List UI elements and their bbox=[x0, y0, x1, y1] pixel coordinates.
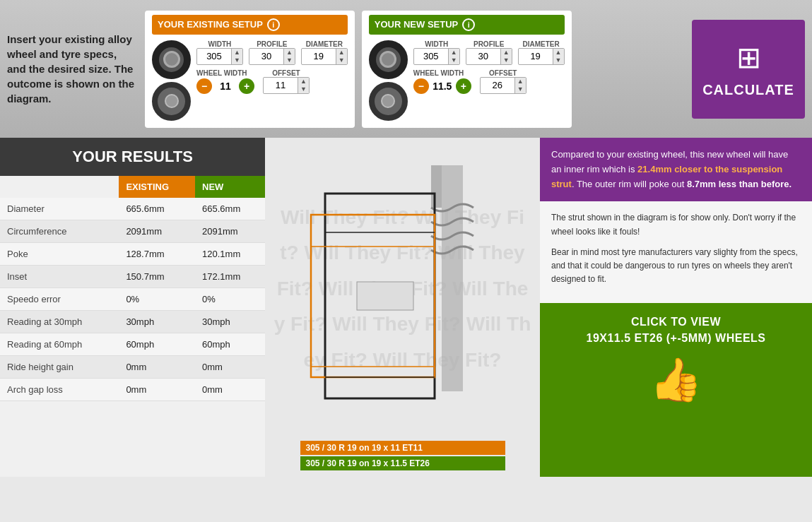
existing-offset-down[interactable]: ▼ bbox=[298, 85, 309, 93]
new-wheelwidth-group: WHEEL WIDTH − 11.5 + bbox=[413, 69, 471, 94]
existing-offset-label: OFFSET bbox=[263, 69, 310, 77]
new-width-input-wrap[interactable]: ▲ ▼ bbox=[413, 48, 460, 65]
new-profile-down[interactable]: ▼ bbox=[501, 57, 512, 64]
calculate-label: CALCULATE bbox=[702, 82, 794, 98]
svg-rect-0 bbox=[442, 165, 463, 391]
existing-width-up[interactable]: ▲ bbox=[232, 49, 242, 57]
diagram-svg-wrap: Will They Fit? Will They Fit? Will They … bbox=[265, 138, 540, 440]
comparison-middle: . The outer rim will poke out bbox=[572, 179, 687, 189]
row-label: Speedo error bbox=[0, 288, 119, 311]
new-offset-input-wrap[interactable]: ▲ ▼ bbox=[480, 77, 526, 94]
row-existing: 60mph bbox=[119, 333, 195, 356]
existing-offset-input-wrap[interactable]: ▲ ▼ bbox=[263, 77, 310, 94]
new-profile-label: PROFILE bbox=[466, 40, 512, 48]
new-fields-grid: WIDTH ▲ ▼ PROFILE bbox=[413, 40, 565, 65]
top-section: Insert your existing alloy wheel and tyr… bbox=[0, 0, 812, 138]
existing-wheelwidth-minus[interactable]: − bbox=[196, 78, 212, 94]
existing-tyre-images bbox=[152, 40, 191, 121]
existing-diameter-spinners: ▲ ▼ bbox=[336, 49, 347, 64]
existing-width-spinners: ▲ ▼ bbox=[231, 49, 242, 64]
new-diameter-up[interactable]: ▲ bbox=[553, 49, 564, 57]
existing-diameter-up[interactable]: ▲ bbox=[336, 49, 347, 57]
existing-setup-header: YOUR EXISTING SETUP i bbox=[152, 15, 348, 35]
new-width-down[interactable]: ▼ bbox=[449, 57, 459, 64]
existing-offset-group: OFFSET ▲ ▼ bbox=[263, 69, 310, 94]
calculator-icon: ⊞ bbox=[736, 40, 761, 75]
new-profile-up[interactable]: ▲ bbox=[501, 49, 512, 57]
new-tyre-icon bbox=[369, 40, 408, 79]
results-table-header: EXISTING NEW bbox=[0, 176, 265, 198]
existing-wheel-icon bbox=[152, 82, 191, 121]
table-row: Circumference 2091mm 2091mm bbox=[0, 220, 265, 243]
row-new: 0mm bbox=[195, 356, 265, 379]
existing-offset-up[interactable]: ▲ bbox=[298, 78, 309, 85]
results-col-existing: EXISTING bbox=[119, 176, 195, 198]
row-label: Poke bbox=[0, 243, 119, 266]
row-label: Diameter bbox=[0, 198, 119, 220]
new-offset-group: OFFSET ▲ ▼ bbox=[480, 69, 526, 94]
notes-box: The strut shown in the diagram is for sh… bbox=[540, 201, 812, 303]
existing-diameter-down[interactable]: ▼ bbox=[336, 57, 347, 64]
row-existing: 0mm bbox=[119, 379, 195, 401]
new-width-input[interactable] bbox=[414, 49, 448, 63]
new-wheelwidth-plus[interactable]: + bbox=[456, 78, 471, 94]
table-row: Arch gap loss 0mm 0mm bbox=[0, 379, 265, 401]
new-diameter-down[interactable]: ▼ bbox=[553, 57, 564, 64]
existing-offset-input[interactable] bbox=[264, 78, 298, 92]
existing-wheelwidth-plus[interactable]: + bbox=[239, 78, 254, 94]
cta-box[interactable]: CLICK TO VIEW 19X11.5 ET26 (+-5MM) WHEEL… bbox=[540, 303, 812, 477]
new-diameter-spinners: ▲ ▼ bbox=[553, 49, 564, 64]
existing-fields: WIDTH ▲ ▼ PROFILE bbox=[196, 40, 348, 94]
row-label: Circumference bbox=[0, 220, 119, 243]
row-new: 0mm bbox=[195, 379, 265, 401]
new-profile-field: PROFILE ▲ ▼ bbox=[466, 40, 512, 65]
existing-width-input-wrap[interactable]: ▲ ▼ bbox=[196, 48, 243, 65]
row-label: Inset bbox=[0, 266, 119, 288]
existing-width-field: WIDTH ▲ ▼ bbox=[196, 40, 243, 65]
existing-offset-spinners: ▲ ▼ bbox=[298, 78, 309, 93]
cta-text: CLICK TO VIEW 19X11.5 ET26 (+-5MM) WHEEL… bbox=[586, 314, 765, 346]
existing-width-down[interactable]: ▼ bbox=[232, 57, 242, 64]
new-offset-up[interactable]: ▲ bbox=[515, 78, 526, 85]
intro-text: Insert your existing alloy wheel and tyr… bbox=[7, 32, 138, 106]
new-wheelwidth-value: 11.5 bbox=[432, 81, 453, 92]
new-width-up[interactable]: ▲ bbox=[449, 49, 459, 57]
new-info-icon[interactable]: i bbox=[462, 18, 475, 31]
new-diameter-input[interactable] bbox=[519, 49, 553, 63]
new-wheelwidth-control: − 11.5 + bbox=[413, 78, 471, 94]
new-width-label: WIDTH bbox=[413, 40, 460, 48]
new-profile-input-wrap[interactable]: ▲ ▼ bbox=[466, 48, 512, 65]
new-setup-title: YOUR NEW SETUP bbox=[375, 19, 458, 30]
new-width-field: WIDTH ▲ ▼ bbox=[413, 40, 460, 65]
new-offset-input[interactable] bbox=[481, 78, 514, 92]
cta-line1: CLICK TO VIEW bbox=[586, 314, 765, 330]
new-profile-input[interactable] bbox=[466, 49, 500, 63]
row-new: 60mph bbox=[195, 333, 265, 356]
note1: The strut shown in the diagram is for sh… bbox=[551, 211, 801, 238]
calculate-button[interactable]: ⊞ CALCULATE bbox=[692, 20, 805, 119]
existing-profile-label: PROFILE bbox=[249, 40, 295, 48]
table-row: Diameter 665.6mm 665.6mm bbox=[0, 198, 265, 220]
existing-width-input[interactable] bbox=[197, 49, 231, 63]
results-col-new: NEW bbox=[195, 176, 265, 198]
existing-setup-body: WIDTH ▲ ▼ PROFILE bbox=[152, 40, 348, 121]
existing-profile-input[interactable] bbox=[249, 49, 283, 63]
row-new: 120.1mm bbox=[195, 243, 265, 266]
label-bars: 305 / 30 R 19 on 19 x 11 ET11 305 / 30 R… bbox=[300, 440, 505, 477]
new-offset-down[interactable]: ▼ bbox=[515, 85, 526, 93]
new-bottom-row: WHEEL WIDTH − 11.5 + OFFSET ▲ bbox=[413, 69, 565, 94]
table-row: Reading at 60mph 60mph 60mph bbox=[0, 333, 265, 356]
existing-profile-input-wrap[interactable]: ▲ ▼ bbox=[249, 48, 295, 65]
existing-diameter-input-wrap[interactable]: ▲ ▼ bbox=[301, 48, 348, 65]
row-new: 0% bbox=[195, 288, 265, 311]
existing-info-icon[interactable]: i bbox=[267, 18, 280, 31]
comparison-box: Compared to your existing wheel, this ne… bbox=[540, 138, 812, 201]
existing-width-label: WIDTH bbox=[196, 40, 243, 48]
label-bar-orange: 305 / 30 R 19 on 19 x 11 ET11 bbox=[300, 441, 505, 455]
existing-diameter-input[interactable] bbox=[302, 49, 336, 63]
table-row: Poke 128.7mm 120.1mm bbox=[0, 243, 265, 266]
existing-profile-up[interactable]: ▲ bbox=[284, 49, 295, 57]
new-wheelwidth-minus[interactable]: − bbox=[413, 78, 429, 94]
existing-profile-down[interactable]: ▼ bbox=[284, 57, 295, 64]
new-diameter-input-wrap[interactable]: ▲ ▼ bbox=[518, 48, 565, 65]
